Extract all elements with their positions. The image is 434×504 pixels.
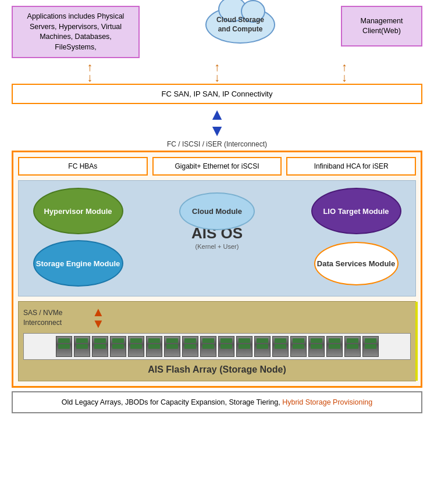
legacy-box: Old Legacy Arrays, JBODs for Capacity Ex… [12,391,422,414]
sas-arrow-row: SAS / NVMe Interconnect ▲ ▼ [23,306,411,330]
arrow-mgmt-to-fc: ↑ ↓ [341,62,347,83]
arrow-app-to-fc: ↑ ↓ [87,62,93,83]
drive-unit [92,336,108,357]
cloud-module-wrapper: Cloud Module [179,192,255,230]
drive-unit [56,336,72,357]
fc-san-text: FC SAN, IP SAN, IP Connectivity [162,90,273,98]
storage-engine-module: Storage Engine Module [33,240,123,287]
drive-unit [182,336,198,357]
main-orange-box: FC HBAs Gigabit+ Ethernet for iSCSI Infi… [12,151,422,388]
top-arrows: ↑ ↓ ↑ ↓ ↑ ↓ [6,62,428,83]
legacy-text-black: Old Legacy Arrays, JBODs for Capacity Ex… [62,398,280,406]
cloud-text: Cloud Storage and Compute [216,16,264,34]
drive-unit [236,336,252,357]
yellow-line [415,302,418,381]
drive-unit [344,336,361,357]
top-row: Applications includes Physical Servers, … [6,6,428,58]
diagram-container: Applications includes Physical Servers, … [0,0,434,504]
drive-unit [326,336,343,357]
drive-array [23,333,411,360]
drive-unit [200,336,216,357]
hba-row: FC HBAs Gigabit+ Ethernet for iSCSI Infi… [18,157,416,176]
drive-unit [290,336,307,357]
lio-module: LIO Target Module [311,188,401,234]
drive-unit [362,336,379,357]
drive-unit [74,336,90,357]
app-box: Applications includes Physical Servers, … [12,6,140,58]
data-services-module: Data Services Module [314,242,399,285]
arrow-cloud-to-fc: ↑ ↓ [214,62,220,83]
cloud-box-container: Cloud Storage and Compute [194,6,287,44]
drive-unit [146,336,162,357]
drive-unit [164,336,180,357]
sas-label: SAS / NVMe Interconnect [23,308,87,328]
drive-unit [218,336,234,357]
ais-os-subtitle: (Kernel + User) [195,243,239,250]
legacy-text-orange: Hybrid Storage Provisioning [282,398,372,406]
fc-hbas-box: FC HBAs [18,157,148,176]
cloud-shape: Cloud Storage and Compute [205,6,275,44]
mgmt-box-text: Management Client(Web) [349,16,414,37]
hypervisor-module: Hypervisor Module [33,188,123,234]
storage-node-area: SAS / NVMe Interconnect ▲ ▼ [18,301,416,381]
drive-unit [128,336,144,357]
cloud-module: Cloud Module [179,192,255,230]
sas-arrows: ▲ ▼ [92,306,105,330]
drive-unit [272,336,289,357]
infiniband-box: Infiniband HCA for iSER [286,157,416,176]
drive-unit [308,336,325,357]
drive-unit [110,336,126,357]
app-box-text: Applications includes Physical Servers, … [20,12,131,52]
gigabit-box: Gigabit+ Ethernet for iSCSI [152,157,282,176]
flash-array-label: AIS Flash Array (Storage Node) [23,362,411,376]
inner-blue-area: Hypervisor Module AIS OS (Kernel + User)… [18,180,416,296]
interconnect-label: FC / ISCSI / iSER (Interconnect) [167,140,267,148]
big-blue-arrow: ▲ ▼ [209,106,225,139]
mgmt-box: Management Client(Web) [341,6,422,47]
interconnect-area: ▲ ▼ FC / ISCSI / iSER (Interconnect) [6,106,428,148]
drive-unit [254,336,271,357]
fc-san-bar: FC SAN, IP SAN, IP Connectivity [12,84,422,104]
